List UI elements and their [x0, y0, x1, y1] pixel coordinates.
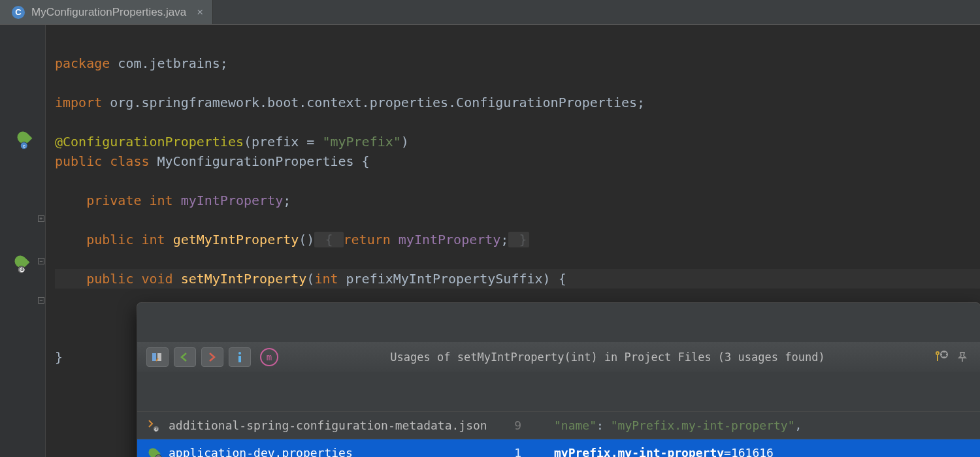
editor-gutter: c + ⏻ − −	[0, 25, 46, 457]
code-token: prefix =	[252, 134, 322, 150]
usages-list: ⏻additional-spring-configuration-metadat…	[137, 411, 980, 457]
code-token: @ConfigurationProperties	[55, 134, 244, 150]
code-token: public void	[86, 271, 172, 287]
code-token: private int	[86, 193, 172, 208]
pin-icon[interactable]	[954, 349, 971, 366]
code-token: ()	[299, 232, 314, 247]
tab-filename: MyConfigurationProperties.java	[31, 6, 186, 19]
show-in-find-button[interactable]	[146, 347, 169, 367]
code-token: org.springframework.boot.context.propert…	[102, 95, 645, 110]
json-file-icon: ⏻	[146, 418, 161, 433]
code-token: {	[314, 232, 343, 247]
tab-bar: C MyConfigurationProperties.java ×	[0, 0, 980, 25]
spring-gutter-icon[interactable]: ⏻	[12, 255, 30, 269]
usage-preview: "name": "myPrefix.my-int-property",	[521, 416, 971, 435]
usage-preview: myPrefix.my-int-property=161616	[521, 443, 971, 458]
svg-rect-3	[238, 356, 241, 362]
code-token: setMyIntProperty	[173, 271, 307, 287]
code-token: "myPrefix"	[322, 134, 400, 150]
close-tab-icon[interactable]: ×	[197, 6, 203, 19]
code-token: }	[508, 232, 529, 247]
code-token: prefixMyIntPropertySuffix	[338, 271, 543, 287]
class-icon: C	[12, 6, 25, 19]
fold-marker-icon[interactable]: −	[38, 297, 44, 304]
usage-row[interactable]: ⏻additional-spring-configuration-metadat…	[137, 411, 980, 439]
usages-popup-header: m Usages of setMyIntProperty(int) in Pro…	[137, 342, 980, 372]
usages-popup-title: Usages of setMyIntProperty(int) in Proje…	[286, 347, 929, 367]
code-token: import	[55, 95, 102, 110]
code-token: com.jetbrains;	[110, 55, 228, 71]
spring-gutter-icon[interactable]: c	[14, 131, 33, 145]
code-token: int	[314, 271, 338, 287]
properties-file-icon	[146, 446, 161, 458]
fold-marker-icon[interactable]: +	[38, 215, 44, 222]
next-usage-button[interactable]	[201, 347, 223, 367]
code-token: (	[306, 271, 314, 287]
editor-tab[interactable]: C MyConfigurationProperties.java ×	[0, 0, 213, 24]
code-token: myIntProperty	[173, 193, 284, 208]
svg-rect-1	[157, 353, 161, 361]
code-token: MyConfigurationProperties	[150, 153, 362, 169]
code-token: package	[55, 55, 110, 71]
info-button[interactable]	[229, 347, 251, 367]
svg-text:⏻: ⏻	[154, 427, 158, 432]
code-token: myIntProperty	[391, 232, 501, 247]
code-token: getMyIntProperty	[165, 232, 299, 247]
svg-point-2	[238, 352, 241, 355]
code-token: {	[362, 153, 370, 169]
code-token: }	[55, 349, 63, 365]
code-token: public int	[86, 232, 165, 247]
code-token: ) {	[543, 271, 566, 287]
code-token: )	[401, 134, 409, 150]
usage-file-name: additional-spring-configuration-metadata…	[169, 416, 476, 435]
code-token: ;	[500, 232, 508, 247]
fold-marker-icon[interactable]: −	[38, 258, 44, 264]
prev-usage-button[interactable]	[174, 347, 196, 367]
usage-file-name: application-dev.properties	[169, 443, 476, 458]
svg-rect-0	[152, 353, 156, 361]
method-badge-icon: m	[260, 348, 278, 366]
code-token: ;	[283, 193, 291, 208]
usages-popup: m Usages of setMyIntProperty(int) in Pro…	[137, 303, 980, 457]
code-token: public class	[55, 153, 150, 169]
usage-row[interactable]: application-dev.properties1myPrefix.my-i…	[137, 439, 980, 457]
usage-line-number: 1	[476, 443, 521, 458]
code-token: return	[344, 232, 391, 247]
code-editor[interactable]: package com.jetbrains; import org.spring…	[46, 25, 980, 457]
code-token: (	[244, 134, 252, 150]
usage-line-number: 9	[476, 416, 521, 435]
settings-icon[interactable]	[933, 349, 950, 366]
